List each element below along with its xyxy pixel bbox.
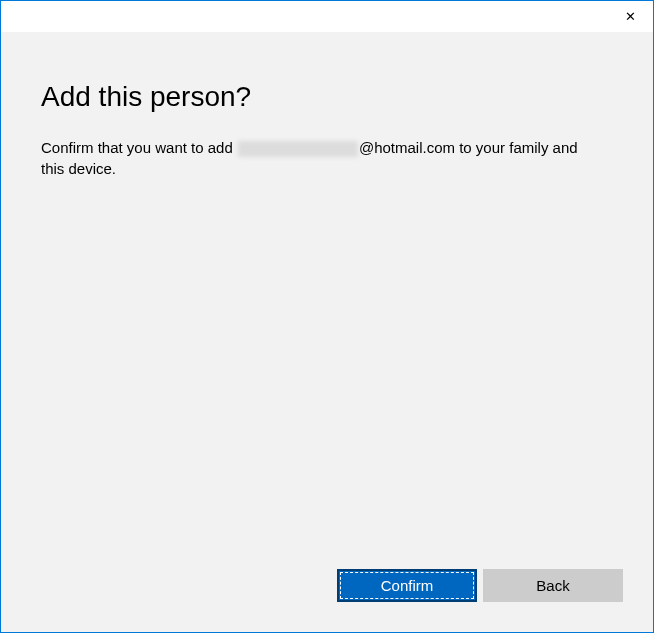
add-person-dialog: ✕ Add this person? Confirm that you want… [0, 0, 654, 633]
dialog-body: Confirm that you want to add @hotmail.co… [41, 137, 601, 179]
redacted-email-local [238, 141, 358, 157]
body-prefix: Confirm that you want to add [41, 139, 237, 156]
back-button[interactable]: Back [483, 569, 623, 602]
close-button[interactable]: ✕ [608, 1, 653, 32]
titlebar: ✕ [1, 1, 653, 33]
dialog-heading: Add this person? [41, 81, 613, 113]
dialog-footer: Confirm Back [1, 569, 653, 632]
confirm-button[interactable]: Confirm [337, 569, 477, 602]
close-icon: ✕ [625, 9, 636, 24]
dialog-content: Add this person? Confirm that you want t… [1, 33, 653, 569]
